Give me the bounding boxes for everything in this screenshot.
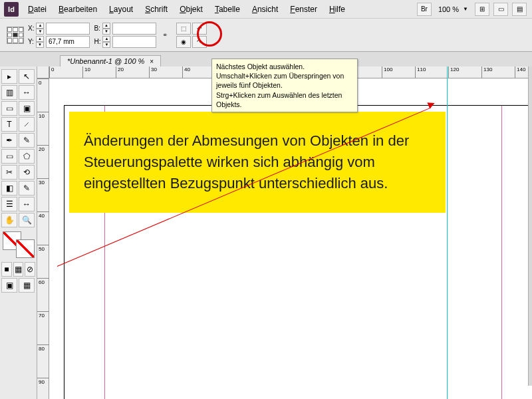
- ruler-tick: 100: [382, 66, 415, 78]
- tool-page[interactable]: ▥: [1, 85, 17, 100]
- menu-objekt[interactable]: Objekt: [174, 3, 208, 16]
- tool-zoom[interactable]: 🔍: [19, 213, 35, 227]
- menu-hilfe[interactable]: Hilfe: [324, 3, 350, 16]
- ruler-tick: 20: [116, 66, 149, 78]
- document-tab[interactable]: *Unbenannt-1 @ 100 % ×: [60, 55, 161, 66]
- tool-line[interactable]: ⟋: [19, 117, 35, 132]
- h-label: H:: [94, 38, 100, 45]
- menu-bearbeiten[interactable]: Bearbeiten: [53, 3, 102, 16]
- tool-panel: ▸↖▥↔▭▣T⟋✒✎▭⬠✂⟲◧✎☰↔✋🔍■▦⊘▣▦: [0, 66, 37, 399]
- ruler-tick: 110: [415, 66, 448, 78]
- tool-trans[interactable]: ⟲: [19, 165, 35, 180]
- tooltip-line: Umschalt+Klicken zum Überspringen von je…: [216, 71, 353, 90]
- tool-measure[interactable]: ↔: [19, 197, 35, 211]
- tab-title: *Unbenannt-1 @ 100 %: [67, 57, 144, 65]
- ruler-tick: 50: [37, 245, 49, 278]
- ruler-tick: 120: [448, 66, 481, 78]
- select-prev-object-button[interactable]: ↶: [192, 23, 207, 35]
- select-container-button[interactable]: ⬚: [176, 23, 191, 35]
- tooltip: Nächstes Objekt auswählen. Umschalt+Klic…: [211, 59, 358, 112]
- y-label: Y:: [28, 38, 34, 45]
- menu-schrift[interactable]: Schrift: [140, 3, 173, 16]
- fill-stroke-swatch[interactable]: [3, 231, 35, 258]
- control-palette: X:▲▼ Y:▲▼ B:▲▼ H:▲▼ ⚭ ⬚ ↶ ◉ ↷: [0, 19, 532, 52]
- apply-none[interactable]: ⊘: [25, 262, 35, 277]
- ruler-tick: 10: [82, 66, 116, 78]
- x-spinner[interactable]: ▲▼: [36, 23, 44, 35]
- y-spinner[interactable]: ▲▼: [36, 36, 44, 48]
- tool-rect[interactable]: ▭: [1, 149, 17, 164]
- select-object-buttons: ⬚ ↶ ◉ ↷: [176, 23, 207, 48]
- h-spinner[interactable]: ▲▼: [102, 36, 110, 48]
- annotation-note: Änderungen der Abmesungen von Objekten i…: [69, 112, 446, 213]
- tooltip-line: Nächstes Objekt auswählen.: [216, 62, 353, 71]
- tool-place[interactable]: ▣: [19, 101, 35, 116]
- view-preview[interactable]: ▦: [19, 278, 35, 293]
- menu-bar: Id Datei Bearbeiten Layout Schrift Objek…: [0, 0, 532, 19]
- ruler-tick: 40: [37, 211, 49, 245]
- menu-ansicht[interactable]: Ansicht: [247, 3, 283, 16]
- ruler-tick: 40: [182, 66, 215, 78]
- w-label: B:: [94, 25, 100, 32]
- vertical-ruler[interactable]: 0102030405060708090100110: [37, 78, 49, 399]
- menu-datei[interactable]: Datei: [23, 3, 52, 16]
- ruler-tick: 80: [37, 344, 49, 378]
- tooltip-line: Strg+Klicken zum Auswählen des letzten O…: [216, 90, 353, 109]
- apply-color[interactable]: ■: [1, 262, 12, 277]
- screen-mode-icon[interactable]: ▭: [493, 3, 508, 16]
- ruler-tick: 30: [149, 66, 182, 78]
- ruler-tick: 0: [37, 78, 49, 112]
- ruler-tick: 90: [37, 378, 49, 399]
- x-input[interactable]: [46, 23, 90, 35]
- menu-layout[interactable]: Layout: [104, 3, 138, 16]
- tool-grad[interactable]: ◧: [1, 181, 17, 196]
- ruler-tick: 20: [37, 145, 49, 178]
- tool-gap[interactable]: ↔: [19, 85, 35, 100]
- reference-point-proxy[interactable]: [7, 27, 24, 44]
- annotation-text: Änderungen der Abmesungen von Objekten i…: [84, 132, 409, 192]
- menu-tabelle[interactable]: Tabelle: [209, 3, 245, 16]
- view-normal[interactable]: ▣: [1, 278, 17, 293]
- x-label: X:: [28, 25, 34, 32]
- tool-pen[interactable]: ✒: [1, 133, 17, 148]
- ruler-tick: 10: [37, 112, 49, 145]
- bridge-icon[interactable]: Br: [417, 3, 432, 16]
- panel-dock[interactable]: [528, 66, 532, 386]
- apply-gradient[interactable]: ▦: [13, 262, 24, 277]
- menu-fenster[interactable]: Fenster: [285, 3, 323, 16]
- tool-pencil[interactable]: ✎: [19, 133, 35, 148]
- tool-frame[interactable]: ▭: [1, 101, 17, 116]
- view-options-icon[interactable]: ⊞: [475, 3, 489, 16]
- y-input[interactable]: [46, 36, 90, 48]
- w-input[interactable]: [112, 23, 156, 35]
- guide-cyan[interactable]: [447, 66, 448, 399]
- tool-hand[interactable]: ✋: [1, 213, 17, 227]
- ruler-tick: 70: [37, 311, 49, 344]
- tool-sel[interactable]: ▸: [1, 69, 17, 84]
- ruler-tick: 30: [37, 178, 49, 211]
- chevron-down-icon: ▼: [463, 6, 468, 12]
- tool-dsel[interactable]: ↖: [19, 69, 35, 84]
- select-next-object-button[interactable]: ↷: [192, 36, 207, 48]
- ruler-tick: 60: [37, 278, 49, 311]
- ruler-tick: 130: [481, 66, 515, 78]
- tool-note2[interactable]: ☰: [1, 197, 17, 211]
- w-spinner[interactable]: ▲▼: [102, 23, 110, 35]
- app-logo: Id: [4, 2, 19, 17]
- ruler-tick: 0: [49, 66, 82, 78]
- constrain-proportions-icon[interactable]: ⚭: [160, 23, 170, 47]
- select-content-button[interactable]: ◉: [176, 36, 191, 48]
- tool-type[interactable]: T: [1, 117, 17, 132]
- h-input[interactable]: [112, 36, 156, 48]
- arrange-icon[interactable]: ▤: [512, 3, 527, 16]
- ruler-origin[interactable]: [37, 66, 49, 78]
- tool-poly[interactable]: ⬠: [19, 149, 35, 164]
- close-icon[interactable]: ×: [150, 58, 154, 65]
- tool-scis[interactable]: ✂: [1, 165, 17, 180]
- tool-eyedrop[interactable]: ✎: [19, 181, 35, 196]
- zoom-level[interactable]: 100 %▼: [434, 4, 472, 15]
- canvas[interactable]: 0102030405060708090100110120130140150160…: [37, 66, 532, 399]
